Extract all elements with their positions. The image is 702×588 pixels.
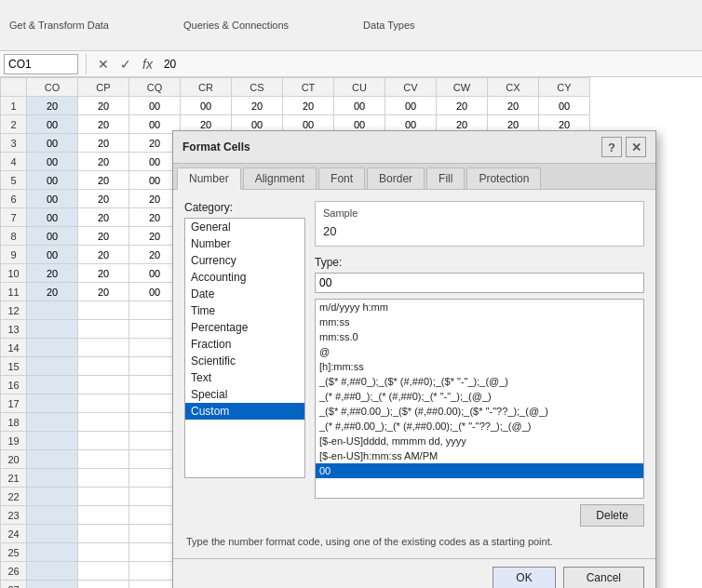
- type-list-item[interactable]: mm:ss: [316, 314, 643, 329]
- grid-cell[interactable]: [27, 506, 78, 525]
- grid-cell[interactable]: 20: [283, 97, 334, 115]
- tab-alignment[interactable]: Alignment: [243, 167, 317, 189]
- grid-cell[interactable]: [78, 581, 129, 589]
- col-header-cr[interactable]: CR: [181, 78, 232, 97]
- grid-cell[interactable]: [78, 543, 129, 562]
- category-item[interactable]: Text: [185, 369, 304, 386]
- type-list-item[interactable]: _($* #,##0_);_($* (#,##0);_($* "-"_);_(@…: [316, 374, 643, 389]
- col-header-cu[interactable]: CU: [334, 78, 385, 97]
- tab-protection[interactable]: Protection: [466, 167, 541, 189]
- grid-cell[interactable]: 20: [78, 208, 129, 227]
- grid-cell[interactable]: [27, 376, 78, 394]
- formula-input[interactable]: [160, 54, 698, 74]
- grid-cell[interactable]: 00: [27, 171, 78, 190]
- grid-cell[interactable]: [27, 581, 78, 589]
- grid-cell[interactable]: 00: [181, 97, 232, 115]
- grid-cell[interactable]: 20: [78, 246, 129, 264]
- grid-cell[interactable]: 00: [27, 190, 78, 208]
- type-list-item[interactable]: _(* #,##0_);_(* (#,##0);_(* "-"_);_(@_): [316, 389, 643, 404]
- grid-cell[interactable]: 20: [78, 264, 129, 283]
- col-header-cv[interactable]: CV: [385, 78, 437, 97]
- grid-cell[interactable]: [27, 320, 78, 339]
- grid-cell[interactable]: 00: [27, 208, 78, 227]
- type-list-item[interactable]: [$-en-US]dddd, mmmm dd, yyyy: [316, 434, 643, 448]
- category-item[interactable]: Date: [185, 286, 304, 302]
- tab-number[interactable]: Number: [177, 167, 241, 190]
- grid-cell[interactable]: 20: [78, 283, 129, 301]
- ribbon-tab-data-types[interactable]: Data Types: [363, 20, 414, 31]
- grid-cell[interactable]: 20: [78, 97, 129, 115]
- grid-cell[interactable]: 20: [488, 97, 539, 115]
- category-item[interactable]: Time: [185, 302, 304, 319]
- grid-cell[interactable]: [27, 543, 78, 562]
- grid-cell[interactable]: [78, 339, 129, 357]
- grid-cell[interactable]: 00: [27, 227, 78, 246]
- grid-cell[interactable]: 20: [78, 115, 129, 134]
- grid-cell[interactable]: [78, 394, 129, 413]
- col-header-cx[interactable]: CX: [488, 78, 539, 97]
- grid-cell[interactable]: 20: [78, 227, 129, 246]
- grid-cell[interactable]: [27, 469, 78, 488]
- category-item[interactable]: Scientific: [185, 353, 304, 369]
- dialog-help-button[interactable]: ?: [601, 137, 622, 157]
- grid-cell[interactable]: [78, 432, 129, 450]
- grid-cell[interactable]: 00: [539, 97, 590, 115]
- col-header-cq[interactable]: CQ: [129, 78, 181, 97]
- grid-cell[interactable]: [78, 525, 129, 543]
- grid-cell[interactable]: 20: [78, 190, 129, 208]
- tab-fill[interactable]: Fill: [426, 167, 465, 189]
- cell-reference-input[interactable]: [4, 54, 78, 74]
- grid-cell[interactable]: [78, 488, 129, 506]
- grid-cell[interactable]: [78, 506, 129, 525]
- type-list-item[interactable]: [$-en-US]h:mm:ss AM/PM: [316, 448, 643, 463]
- grid-cell[interactable]: [78, 357, 129, 376]
- grid-cell[interactable]: [78, 413, 129, 432]
- grid-cell[interactable]: 20: [27, 283, 78, 301]
- grid-cell[interactable]: 20: [437, 97, 488, 115]
- tab-font[interactable]: Font: [318, 167, 365, 189]
- category-item[interactable]: Percentage: [185, 319, 304, 336]
- cancel-button[interactable]: Cancel: [563, 567, 644, 588]
- grid-cell[interactable]: [27, 450, 78, 469]
- grid-cell[interactable]: 20: [78, 171, 129, 190]
- cancel-icon[interactable]: ✕: [94, 55, 113, 74]
- ribbon-tab-queries[interactable]: Queries & Connections: [183, 20, 289, 31]
- grid-cell[interactable]: 00: [27, 153, 78, 171]
- grid-cell[interactable]: 00: [129, 97, 181, 115]
- grid-cell[interactable]: [27, 525, 78, 543]
- grid-cell[interactable]: 00: [27, 115, 78, 134]
- type-list-item[interactable]: mm:ss.0: [316, 329, 643, 344]
- grid-cell[interactable]: 00: [27, 134, 78, 153]
- grid-cell[interactable]: [78, 562, 129, 581]
- grid-cell[interactable]: [78, 320, 129, 339]
- type-list-item[interactable]: @: [316, 344, 643, 359]
- type-input[interactable]: [315, 273, 644, 293]
- grid-cell[interactable]: [27, 301, 78, 320]
- grid-cell[interactable]: [27, 488, 78, 506]
- col-header-cp[interactable]: CP: [78, 78, 129, 97]
- type-list[interactable]: m/d/yyyy h:mmmm:ssmm:ss.0@[h]:mm:ss_($* …: [315, 299, 644, 499]
- ribbon-tab-get-transform[interactable]: Get & Transform Data: [9, 20, 109, 31]
- col-header-ct[interactable]: CT: [283, 78, 334, 97]
- grid-cell[interactable]: [27, 432, 78, 450]
- type-list-item[interactable]: [h]:mm:ss: [316, 359, 643, 374]
- delete-button[interactable]: Delete: [580, 504, 644, 527]
- category-item[interactable]: Special: [185, 386, 304, 403]
- grid-cell[interactable]: [27, 357, 78, 376]
- tab-border[interactable]: Border: [367, 167, 425, 189]
- category-item[interactable]: Currency: [185, 252, 304, 269]
- type-list-item[interactable]: m/d/yyyy h:mm: [316, 300, 643, 314]
- dialog-close-button[interactable]: ✕: [626, 137, 646, 157]
- grid-cell[interactable]: 20: [78, 134, 129, 153]
- col-header-co[interactable]: CO: [27, 78, 78, 97]
- grid-cell[interactable]: [27, 339, 78, 357]
- grid-cell[interactable]: [78, 469, 129, 488]
- grid-cell[interactable]: [27, 413, 78, 432]
- col-header-cy[interactable]: CY: [539, 78, 590, 97]
- category-item[interactable]: Number: [185, 235, 304, 252]
- grid-cell[interactable]: 20: [27, 264, 78, 283]
- category-item[interactable]: Fraction: [185, 336, 304, 353]
- grid-cell[interactable]: 20: [78, 153, 129, 171]
- grid-cell[interactable]: [78, 450, 129, 469]
- col-header-cw[interactable]: CW: [437, 78, 488, 97]
